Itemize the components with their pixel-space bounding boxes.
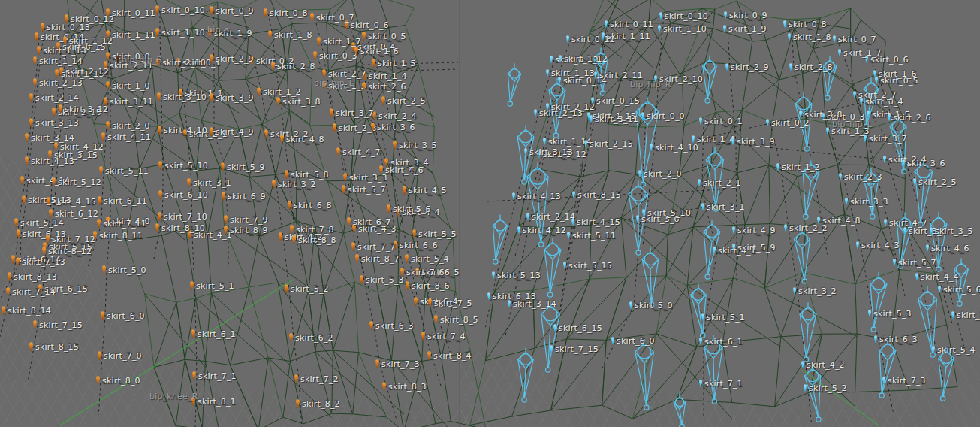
bone-pin-icon[interactable] xyxy=(52,177,56,186)
bone-pin-icon[interactable] xyxy=(642,209,645,217)
bone-pin-icon[interactable] xyxy=(766,119,769,126)
bone-pin-icon[interactable] xyxy=(54,142,58,151)
bone-pin-icon[interactable] xyxy=(926,244,929,252)
bone-pin-icon[interactable] xyxy=(817,217,820,224)
bone-pin-icon[interactable] xyxy=(732,226,735,234)
bone-pin-icon[interactable] xyxy=(285,170,288,179)
bone-pin-icon[interactable] xyxy=(838,49,841,56)
bone-pin-icon[interactable] xyxy=(322,69,326,78)
bone-pin-icon[interactable] xyxy=(938,286,941,293)
bone-pin-icon[interactable] xyxy=(25,156,29,165)
bone-pin-icon[interactable] xyxy=(428,298,432,307)
bone-pin-icon[interactable] xyxy=(192,371,196,380)
bone-pin-icon[interactable] xyxy=(155,223,159,232)
bone-pin-icon[interactable] xyxy=(487,292,490,300)
bone-pin-icon[interactable] xyxy=(414,297,418,306)
bone-pin-icon[interactable] xyxy=(641,112,644,120)
bone-pin-icon[interactable] xyxy=(210,54,213,63)
bone-pin-icon[interactable] xyxy=(98,351,101,360)
bone-pin-icon[interactable] xyxy=(839,173,842,180)
bone-pin-icon[interactable] xyxy=(333,123,336,132)
bone-pin-icon[interactable] xyxy=(6,287,10,296)
bone-pin-icon[interactable] xyxy=(16,257,20,266)
bone-pin-icon[interactable] xyxy=(517,226,520,234)
bone-pin-icon[interactable] xyxy=(158,212,161,221)
bone-pin-icon[interactable] xyxy=(930,227,933,235)
bone-pin-icon[interactable] xyxy=(342,185,345,194)
bone-pin-icon[interactable] xyxy=(116,56,119,64)
bone-pin-icon[interactable] xyxy=(393,141,397,150)
bone-pin-icon[interactable] xyxy=(46,235,50,244)
bone-pin-icon[interactable] xyxy=(550,56,553,63)
bone-pin-icon[interactable] xyxy=(96,376,100,385)
bone-pin-icon[interactable] xyxy=(257,87,261,96)
bone-pin-icon[interactable] xyxy=(412,229,416,238)
bone-pin-icon[interactable] xyxy=(913,178,916,186)
bone-pin-icon[interactable] xyxy=(403,186,406,195)
bone-pin-icon[interactable] xyxy=(280,135,284,144)
bone-pin-icon[interactable] xyxy=(563,262,566,269)
bone-pin-icon[interactable] xyxy=(932,346,935,353)
bone-pin-icon[interactable] xyxy=(543,138,546,145)
bone-pin-icon[interactable] xyxy=(434,315,438,324)
bone-pin-icon[interactable] xyxy=(279,232,282,241)
bone-pin-icon[interactable] xyxy=(210,93,213,102)
bone-pin-icon[interactable] xyxy=(33,320,37,329)
bone-pin-icon[interactable] xyxy=(605,20,608,28)
bone-pin-icon[interactable] xyxy=(268,30,272,39)
bone-pin-icon[interactable] xyxy=(2,306,5,315)
bone-pin-icon[interactable] xyxy=(292,235,296,244)
bone-pin-icon[interactable] xyxy=(546,69,549,77)
bone-pin-icon[interactable] xyxy=(915,273,918,280)
bone-pin-icon[interactable] xyxy=(400,268,404,277)
bone-pin-icon[interactable] xyxy=(406,281,409,290)
bone-pin-icon[interactable] xyxy=(371,123,375,132)
bone-pin-icon[interactable] xyxy=(382,382,386,391)
bone-pin-icon[interactable] xyxy=(310,13,314,22)
bone-pin-icon[interactable] xyxy=(387,204,390,214)
bone-pin-icon[interactable] xyxy=(158,161,162,170)
bone-pin-icon[interactable] xyxy=(629,301,632,309)
bone-pin-icon[interactable] xyxy=(550,345,553,353)
bone-pin-icon[interactable] xyxy=(636,215,639,223)
bone-pin-icon[interactable] xyxy=(210,6,213,15)
bone-pin-icon[interactable] xyxy=(296,399,300,408)
bone-pin-icon[interactable] xyxy=(362,82,366,91)
bone-pin-icon[interactable] xyxy=(157,92,161,101)
bone-pin-icon[interactable] xyxy=(553,324,556,332)
bone-pin-icon[interactable] xyxy=(106,52,110,61)
bone-pin-icon[interactable] xyxy=(98,196,101,205)
bone-pin-icon[interactable] xyxy=(874,335,877,343)
bone-pin-icon[interactable] xyxy=(99,166,103,175)
bone-pin-icon[interactable] xyxy=(190,281,194,290)
bone-pin-icon[interactable] xyxy=(276,97,280,106)
bone-pin-icon[interactable] xyxy=(873,70,876,77)
bone-pin-icon[interactable] xyxy=(421,332,425,341)
bone-pin-icon[interactable] xyxy=(313,51,317,60)
bone-pin-icon[interactable] xyxy=(288,201,291,210)
bone-pin-icon[interactable] xyxy=(659,12,662,20)
bone-pin-icon[interactable] xyxy=(723,25,726,32)
bone-pin-icon[interactable] xyxy=(317,37,321,46)
bone-pin-icon[interactable] xyxy=(725,63,728,71)
bone-pin-icon[interactable] xyxy=(783,20,786,28)
bone-pin-icon[interactable] xyxy=(731,138,734,145)
bone-pin-icon[interactable] xyxy=(638,170,641,177)
bone-pin-icon[interactable] xyxy=(330,108,333,117)
bone-pin-icon[interactable] xyxy=(379,165,383,174)
bone-pin-icon[interactable] xyxy=(8,272,11,281)
bone-pin-icon[interactable] xyxy=(29,93,33,102)
bone-pin-icon[interactable] xyxy=(290,225,294,234)
bone-pin-icon[interactable] xyxy=(534,109,537,117)
bone-pin-icon[interactable] xyxy=(572,191,575,198)
bone-pin-icon[interactable] xyxy=(701,313,704,321)
bone-pin-icon[interactable] xyxy=(264,129,268,138)
bone-pin-icon[interactable] xyxy=(11,255,15,264)
bone-pin-icon[interactable] xyxy=(567,232,570,239)
bone-pin-icon[interactable] xyxy=(611,337,614,344)
bone-pin-icon[interactable] xyxy=(867,111,870,118)
bone-pin-icon[interactable] xyxy=(158,126,161,135)
bone-pin-icon[interactable] xyxy=(42,247,46,256)
bone-pin-icon[interactable] xyxy=(799,111,802,118)
bone-pin-icon[interactable] xyxy=(362,32,366,41)
